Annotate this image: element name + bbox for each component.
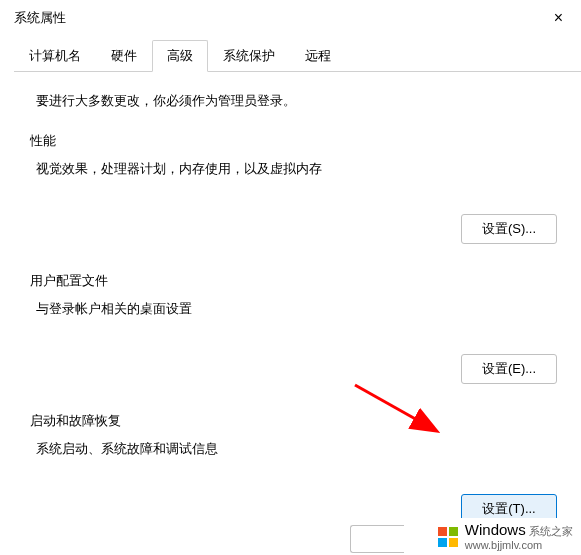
watermark-url: www.bjjmlv.com xyxy=(465,539,573,551)
tab-system-protection[interactable]: 系统保护 xyxy=(208,40,290,72)
tab-remote[interactable]: 远程 xyxy=(290,40,346,72)
section-performance-desc: 视觉效果，处理器计划，内存使用，以及虚拟内存 xyxy=(36,160,557,178)
tab-row: 计算机名 硬件 高级 系统保护 远程 xyxy=(0,36,581,72)
section-startup: 启动和故障恢复 系统启动、系统故障和调试信息 设置(T)... xyxy=(36,412,557,524)
watermark: Windows 系统之家 www.bjjmlv.com xyxy=(429,518,581,555)
windows-logo-icon xyxy=(437,526,459,548)
watermark-main: Windows xyxy=(465,521,526,538)
titlebar: 系统属性 × xyxy=(0,0,581,36)
close-icon[interactable]: × xyxy=(550,9,567,27)
watermark-text: Windows 系统之家 www.bjjmlv.com xyxy=(465,522,573,551)
section-startup-title: 启动和故障恢复 xyxy=(30,412,557,430)
svg-rect-4 xyxy=(438,538,447,547)
section-startup-desc: 系统启动、系统故障和调试信息 xyxy=(36,440,557,458)
user-profile-settings-button[interactable]: 设置(E)... xyxy=(461,354,557,384)
tab-advanced[interactable]: 高级 xyxy=(152,40,208,72)
window-title: 系统属性 xyxy=(14,9,66,27)
tab-content: 要进行大多数更改，你必须作为管理员登录。 性能 视觉效果，处理器计划，内存使用，… xyxy=(0,72,581,555)
intro-text: 要进行大多数更改，你必须作为管理员登录。 xyxy=(36,92,557,110)
section-user-profile-title: 用户配置文件 xyxy=(30,272,557,290)
partial-button xyxy=(350,525,404,553)
tab-hardware[interactable]: 硬件 xyxy=(96,40,152,72)
svg-rect-3 xyxy=(449,527,458,536)
section-performance: 性能 视觉效果，处理器计划，内存使用，以及虚拟内存 设置(S)... xyxy=(36,132,557,244)
section-user-profile-desc: 与登录帐户相关的桌面设置 xyxy=(36,300,557,318)
svg-rect-2 xyxy=(438,527,447,536)
watermark-sub: 系统之家 xyxy=(529,525,573,537)
svg-rect-5 xyxy=(449,538,458,547)
performance-settings-button[interactable]: 设置(S)... xyxy=(461,214,557,244)
section-user-profile: 用户配置文件 与登录帐户相关的桌面设置 设置(E)... xyxy=(36,272,557,384)
tab-computer-name[interactable]: 计算机名 xyxy=(14,40,96,72)
section-performance-title: 性能 xyxy=(30,132,557,150)
